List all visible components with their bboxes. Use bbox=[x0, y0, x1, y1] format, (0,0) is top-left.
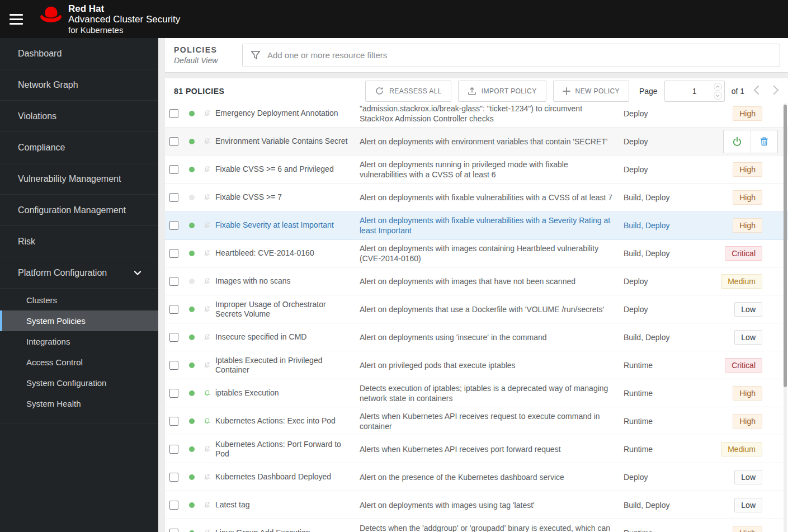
brand-name: Red Hat bbox=[68, 3, 180, 15]
next-page-button[interactable] bbox=[768, 85, 784, 97]
bell-slash-icon bbox=[204, 445, 211, 453]
sidebar-item-platform-configuration[interactable]: Platform Configuration bbox=[0, 257, 158, 289]
row-checkbox[interactable] bbox=[169, 501, 178, 510]
page-decrement-button[interactable] bbox=[714, 92, 722, 100]
policy-name[interactable]: Fixable CVSS >= 6 and Privileged bbox=[215, 164, 360, 174]
sidebar-item-access-control[interactable]: Access Control bbox=[0, 352, 158, 373]
platform-configuration-submenu: Clusters System Policies Integrations Ac… bbox=[0, 289, 158, 423]
policy-name[interactable]: Iptables Executed in Privileged Containe… bbox=[215, 356, 360, 375]
row-checkbox[interactable] bbox=[169, 417, 178, 426]
sidebar-nav: Dashboard Network Graph Violations Compl… bbox=[0, 38, 158, 532]
policy-name[interactable]: Linux Group Add Execution bbox=[215, 528, 360, 532]
row-checkbox[interactable] bbox=[169, 221, 178, 230]
sidebar-item-system-configuration[interactable]: System Configuration bbox=[0, 373, 158, 393]
menu-toggle-icon[interactable] bbox=[0, 0, 32, 38]
policy-description: Alert on deployments with fixable vulner… bbox=[360, 192, 624, 203]
toggle-policy-button[interactable] bbox=[724, 130, 751, 153]
table-row[interactable]: Fixable CVSS >= 6 and Privileged Alert o… bbox=[165, 156, 788, 183]
policy-description: Alert on privileged pods that execute ip… bbox=[360, 360, 624, 370]
table-row[interactable]: Kubernetes Dashboard Deployed Alert on t… bbox=[165, 463, 788, 491]
sidebar-subitem-label: System Health bbox=[26, 399, 81, 408]
sidebar-item-clusters[interactable]: Clusters bbox=[0, 290, 158, 310]
policy-description: Alert on deployments using 'insecure' in… bbox=[360, 332, 624, 342]
sidebar-item-violations[interactable]: Violations bbox=[0, 101, 158, 132]
new-policy-button[interactable]: NEW POLICY bbox=[553, 81, 629, 102]
scrollbar-thumb[interactable] bbox=[784, 105, 787, 387]
table-row[interactable]: Iptables Executed in Privileged Containe… bbox=[165, 351, 788, 379]
table-row[interactable]: Images with no scans Alert on deployment… bbox=[165, 267, 788, 295]
policy-name[interactable]: Kubernetes Dashboard Deployed bbox=[215, 472, 360, 482]
policy-description: Alert on deployments with fixable vulner… bbox=[360, 215, 624, 236]
row-checkbox[interactable] bbox=[169, 445, 178, 454]
table-row[interactable]: Kubernetes Actions: Port Forward to Pod … bbox=[165, 435, 788, 463]
resource-filter-input[interactable]: Add one or more resource filters bbox=[242, 44, 780, 67]
row-checkbox[interactable] bbox=[169, 333, 178, 342]
policy-status-dot bbox=[189, 279, 195, 284]
delete-policy-button[interactable] bbox=[751, 130, 777, 153]
reassess-all-button[interactable]: REASSESS ALL bbox=[365, 81, 451, 102]
policy-description: Alert on deployments with images contain… bbox=[360, 243, 624, 263]
severity-badge: Medium bbox=[721, 274, 762, 289]
policy-status-dot bbox=[189, 418, 195, 424]
policy-name[interactable]: Fixable CVSS >= 7 bbox=[215, 192, 360, 202]
policy-name[interactable]: Insecure specified in CMD bbox=[215, 332, 360, 342]
sidebar-item-system-health[interactable]: System Health bbox=[0, 393, 158, 414]
table-row[interactable]: Insecure specified in CMD Alert on deplo… bbox=[165, 323, 788, 351]
policy-name[interactable]: Heartbleed: CVE-2014-0160 bbox=[215, 248, 360, 258]
row-checkbox[interactable] bbox=[169, 529, 178, 532]
sidebar-item-network-graph[interactable]: Network Graph bbox=[0, 69, 158, 101]
table-row[interactable]: Environment Variable Contains Secret Ale… bbox=[165, 128, 788, 156]
policy-name[interactable]: Emergency Deployment Annotation bbox=[215, 109, 360, 118]
policy-name[interactable]: Environment Variable Contains Secret bbox=[215, 136, 360, 146]
severity-badge: Low bbox=[734, 470, 762, 484]
policy-lifecycle: Deploy bbox=[624, 473, 707, 482]
page-increment-button[interactable] bbox=[714, 83, 722, 91]
row-checkbox[interactable] bbox=[169, 389, 178, 398]
policy-name[interactable]: Latest tag bbox=[215, 500, 360, 510]
row-checkbox[interactable] bbox=[169, 361, 178, 370]
table-row[interactable]: Heartbleed: CVE-2014-0160 Alert on deplo… bbox=[165, 239, 788, 267]
row-checkbox[interactable] bbox=[169, 137, 178, 146]
table-row[interactable]: Improper Usage of Orchestrator Secrets V… bbox=[165, 295, 788, 323]
reassess-all-label: REASSESS ALL bbox=[389, 87, 442, 95]
sidebar-item-label: Platform Configuration bbox=[18, 268, 107, 278]
table-scrollbar[interactable] bbox=[784, 103, 787, 532]
table-row[interactable]: iptables Execution Detects execution of … bbox=[165, 379, 788, 407]
policy-name[interactable]: iptables Execution bbox=[215, 388, 360, 398]
policy-name[interactable]: Images with no scans bbox=[215, 276, 360, 286]
sidebar-item-system-policies[interactable]: System Policies bbox=[0, 310, 158, 331]
policy-description: Alert on deployments running in privileg… bbox=[360, 159, 624, 180]
row-checkbox[interactable] bbox=[169, 305, 178, 314]
sidebar-item-dashboard[interactable]: Dashboard bbox=[0, 38, 158, 69]
bell-slash-icon bbox=[204, 529, 211, 532]
policy-lifecycle: Build, Deploy bbox=[624, 221, 707, 230]
import-policy-button[interactable]: IMPORT POLICY bbox=[458, 81, 546, 102]
sidebar-item-configuration-management[interactable]: Configuration Management bbox=[0, 195, 158, 226]
sidebar-item-label: Configuration Management bbox=[18, 205, 126, 215]
policy-name[interactable]: Kubernetes Actions: Port Forward to Pod bbox=[215, 440, 360, 459]
sidebar-item-integrations[interactable]: Integrations bbox=[0, 331, 158, 352]
row-checkbox[interactable] bbox=[169, 277, 178, 286]
bell-slash-icon bbox=[204, 222, 211, 229]
table-row[interactable]: Fixable CVSS >= 7 Alert on deployments w… bbox=[165, 183, 788, 211]
table-row[interactable]: Latest tag Alert on deployments with ima… bbox=[165, 491, 788, 519]
table-row[interactable]: Linux Group Add Execution Detects when t… bbox=[165, 519, 788, 532]
table-row[interactable]: Kubernetes Actions: Exec into Pod Alerts… bbox=[165, 407, 788, 435]
sidebar-item-vulnerability-management[interactable]: Vulnerability Management bbox=[0, 163, 158, 195]
sidebar-item-compliance[interactable]: Compliance bbox=[0, 132, 158, 163]
table-row[interactable]: Emergency Deployment Annotation "admissi… bbox=[165, 103, 788, 128]
row-checkbox[interactable] bbox=[169, 193, 178, 202]
sidebar-item-risk[interactable]: Risk bbox=[0, 226, 158, 257]
row-checkbox[interactable] bbox=[169, 249, 178, 258]
row-checkbox[interactable] bbox=[169, 109, 178, 118]
policy-status-dot bbox=[189, 223, 195, 228]
table-row[interactable]: Fixable Severity at least Important Aler… bbox=[165, 211, 788, 239]
policy-name[interactable]: Improper Usage of Orchestrator Secrets V… bbox=[215, 300, 360, 319]
policy-name[interactable]: Fixable Severity at least Important bbox=[215, 220, 360, 230]
policy-lifecycle: Deploy bbox=[624, 137, 707, 146]
policy-status-dot bbox=[189, 251, 195, 256]
policy-name[interactable]: Kubernetes Actions: Exec into Pod bbox=[215, 416, 360, 426]
row-checkbox[interactable] bbox=[169, 473, 178, 482]
row-checkbox[interactable] bbox=[169, 165, 178, 174]
previous-page-button[interactable] bbox=[749, 85, 764, 97]
